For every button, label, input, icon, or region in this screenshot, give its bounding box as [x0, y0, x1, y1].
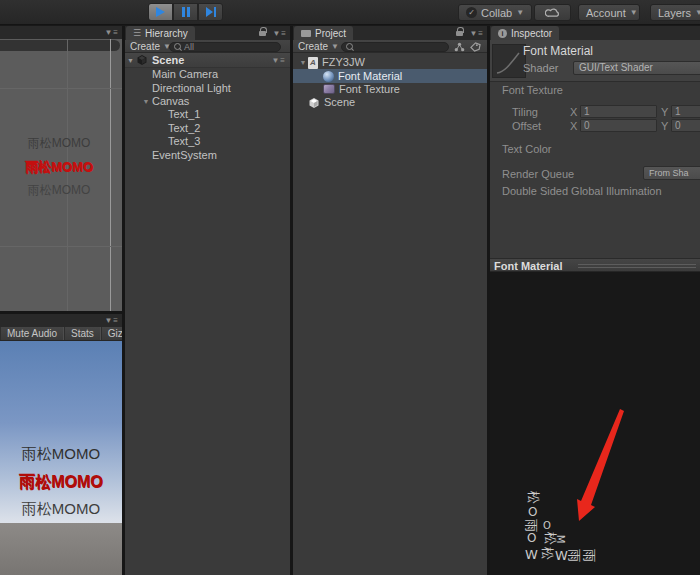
- foldout-icon[interactable]: ▼: [125, 57, 136, 64]
- project-create-button[interactable]: Create ▼: [298, 41, 339, 52]
- shader-value: GUI/Text Shader: [579, 62, 653, 73]
- shader-dropdown[interactable]: GUI/Text Shader: [573, 61, 700, 75]
- panel-divider[interactable]: [0, 311, 122, 314]
- material-thumbnail[interactable]: [492, 44, 526, 78]
- hierarchy-item-canvas[interactable]: ▼Canvas: [125, 95, 290, 108]
- panel-divider[interactable]: [122, 26, 125, 575]
- game-toolbar-gizmos-button[interactable]: Gizmos: [101, 327, 122, 340]
- collab-button[interactable]: ✓ Collab ▼: [458, 4, 532, 21]
- panel-menu-icon[interactable]: ▼≡: [271, 56, 286, 65]
- scene-asset-icon: [308, 97, 320, 109]
- project-item-font-texture[interactable]: Font Texture: [293, 83, 487, 96]
- hierarchy-item-directional-light[interactable]: Directional Light: [125, 81, 290, 94]
- search-icon: [346, 43, 354, 51]
- panel-divider[interactable]: [487, 26, 490, 575]
- rendered-text: 雨松MOMO: [0, 500, 122, 519]
- pause-button[interactable]: [173, 3, 198, 21]
- x-axis-label: X: [570, 120, 577, 132]
- account-button[interactable]: Account ▼: [578, 4, 640, 21]
- hierarchy-item-eventsystem[interactable]: EventSystem: [125, 148, 290, 161]
- atlas-glyph: 松: [541, 547, 554, 560]
- y-axis-label: Y: [661, 120, 668, 132]
- hierarchy-icon: ☰: [133, 28, 141, 38]
- lock-icon[interactable]: [456, 31, 463, 36]
- tab-inspector[interactable]: i Inspector: [491, 26, 559, 40]
- hierarchy-create-bar: Create ▼ All: [125, 40, 290, 53]
- font-texture-section-label: Font Texture: [502, 84, 563, 96]
- atlas-glyph: W: [525, 548, 538, 561]
- project-tree: ▼AFZY3JWFont MaterialFont TextureScene: [293, 56, 487, 575]
- panel-menu-icon[interactable]: ▼≡: [104, 316, 119, 325]
- info-icon: i: [498, 29, 507, 38]
- tab-hierarchy[interactable]: ☰ Hierarchy: [126, 26, 195, 40]
- font-material-preview[interactable]: 松O雨OO松MW松W雨雨: [490, 272, 700, 575]
- project-panel: Project ▼≡ Create ▼ ▼AFZY3JWFont Materia…: [293, 26, 487, 575]
- offset-y-field[interactable]: [671, 119, 700, 132]
- foldout-icon[interactable]: ▼: [140, 95, 152, 108]
- hierarchy-item-text-1[interactable]: Text_1: [125, 108, 290, 121]
- tiling-x-field[interactable]: [580, 105, 657, 118]
- item-label: EventSystem: [152, 149, 217, 162]
- foldout-icon[interactable]: ▼: [298, 56, 308, 69]
- game-toolbar: Mute AudioStatsGizmos▼: [0, 327, 122, 341]
- hierarchy-item-main-camera[interactable]: Main Camera: [125, 68, 290, 81]
- lock-icon[interactable]: [259, 31, 266, 36]
- tiling-y-field[interactable]: [671, 105, 700, 118]
- hierarchy-items: Main CameraDirectional Light▼CanvasText_…: [125, 68, 290, 162]
- create-label: Create: [298, 41, 328, 52]
- render-queue-dropdown[interactable]: From Sha: [643, 166, 700, 180]
- offset-x-field[interactable]: [580, 119, 657, 132]
- project-item-font-material[interactable]: Font Material: [293, 69, 487, 82]
- item-label: FZY3JW: [322, 56, 365, 69]
- panel-menu-icon[interactable]: ▼≡: [104, 28, 119, 37]
- tab-project[interactable]: Project: [294, 26, 353, 40]
- y-axis-label: Y: [661, 106, 668, 118]
- search-icon: [174, 43, 182, 51]
- atlas-glyph: O: [528, 506, 537, 518]
- item-label: Font Texture: [339, 83, 400, 96]
- tab-label: Hierarchy: [145, 28, 188, 39]
- hierarchy-scene-row[interactable]: ▼ Scene ▼≡: [125, 53, 290, 68]
- hierarchy-tree: ▼ Scene ▼≡ Main CameraDirectional Light▼…: [125, 53, 290, 575]
- chevron-down-icon: ▼: [331, 42, 339, 51]
- hierarchy-panel: ☰ Hierarchy ▼≡ Create ▼ All ▼: [125, 26, 290, 575]
- item-label: Text_2: [168, 122, 200, 135]
- shader-label: Shader: [523, 62, 558, 74]
- project-item-scene[interactable]: Scene: [293, 96, 487, 109]
- step-button[interactable]: [198, 3, 223, 21]
- hierarchy-item-text-2[interactable]: Text_2: [125, 122, 290, 135]
- scene-view-panel: ▼≡ 雨松MOMO雨松MOMO雨松MOMO: [0, 26, 122, 312]
- item-label: Text_3: [168, 135, 200, 148]
- project-item-fzy3jw[interactable]: ▼AFZY3JW: [293, 56, 487, 69]
- hierarchy-create-button[interactable]: Create ▼: [130, 41, 171, 52]
- annotation-arrow: [490, 272, 700, 575]
- panel-menu-icon[interactable]: ▼≡: [272, 29, 287, 38]
- play-button[interactable]: [148, 3, 173, 21]
- inspector-panel: i Inspector Font Material Shader GUI/Tex…: [490, 26, 700, 575]
- hierarchy-item-text-3[interactable]: Text_3: [125, 135, 290, 148]
- atlas-glyph: O: [527, 532, 536, 544]
- game-text-stack: 雨松MOMO雨松MOMO雨松MOMO: [0, 341, 122, 575]
- game-viewport[interactable]: 雨松MOMO雨松MOMO雨松MOMO: [0, 341, 122, 575]
- game-toolbar-mute-audio-button[interactable]: Mute Audio: [0, 327, 64, 340]
- scene-viewport[interactable]: 雨松MOMO雨松MOMO雨松MOMO: [0, 39, 122, 312]
- search-by-label-icon[interactable]: [470, 42, 481, 52]
- preview-header[interactable]: Font Material: [490, 258, 700, 272]
- search-by-type-icon[interactable]: [454, 42, 465, 52]
- cloud-services-button[interactable]: [534, 4, 571, 21]
- layers-button[interactable]: Layers ▼: [650, 4, 700, 21]
- offset-label: Offset: [512, 120, 541, 132]
- render-queue-value: From Sha: [649, 168, 689, 178]
- game-toolbar-stats-button[interactable]: Stats: [64, 327, 101, 340]
- folder-icon: [301, 30, 311, 37]
- project-search-input[interactable]: [341, 42, 449, 52]
- x-axis-label: X: [570, 106, 577, 118]
- rendered-text: 雨松MOMO: [0, 135, 118, 152]
- cloud-icon: [545, 8, 561, 18]
- drag-handle-icon: [578, 264, 696, 269]
- project-tabbar: Project ▼≡: [293, 26, 487, 40]
- panel-menu-icon[interactable]: ▼≡: [469, 29, 484, 38]
- unity-logo-icon: [136, 54, 148, 66]
- panel-divider[interactable]: [290, 26, 293, 575]
- hierarchy-search-input[interactable]: All: [169, 42, 281, 52]
